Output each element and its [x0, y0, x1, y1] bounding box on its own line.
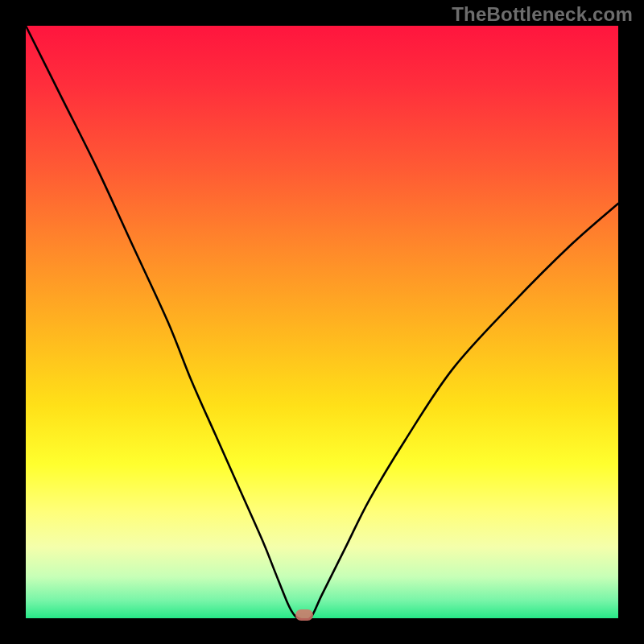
curve-svg: [26, 26, 618, 618]
watermark-text: TheBottleneck.com: [452, 3, 633, 26]
chart-frame: TheBottleneck.com: [0, 0, 644, 644]
plot-area: [26, 26, 618, 618]
optimal-point-marker: [295, 609, 313, 621]
bottleneck-curve-path: [26, 26, 618, 620]
